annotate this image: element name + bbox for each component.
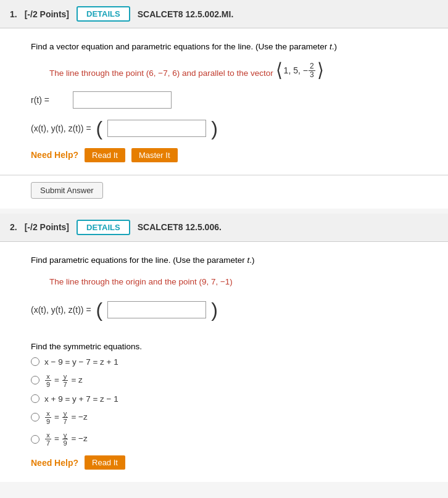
fraction-x-9b: x 9	[45, 410, 51, 425]
problem-2: 2. [-/2 Points] DETAILS SCALCET8 12.5.00…	[0, 214, 448, 482]
den-9: 9	[45, 381, 51, 388]
radio-option-4: x 9 = y 7 = −z	[31, 410, 423, 425]
problem-2-number: 2.	[10, 222, 17, 232]
problem-1-instruction: Find a vector equation and parametric eq…	[31, 41, 423, 53]
right-paren-icon-2: )	[211, 300, 218, 320]
angle-bracket-left-icon: ⟨	[276, 61, 283, 80]
fraction-x-7: x 7	[45, 431, 51, 447]
num-xb: x	[45, 410, 51, 418]
xyz-input[interactable]	[107, 120, 206, 137]
radio-3[interactable]	[31, 394, 39, 403]
problem-1-points: [-/2 Points]	[25, 9, 69, 19]
num-yb: y	[62, 410, 68, 418]
left-paren-icon-2: (	[96, 300, 103, 320]
den-9c: 9	[62, 439, 68, 447]
den-7c: 7	[45, 439, 51, 447]
xyz-input-2[interactable]	[107, 301, 206, 318]
r-input-row: r(t) =	[31, 91, 423, 109]
r-label: r(t) =	[31, 95, 68, 105]
radio-option-2: x 9 = y 7 = z	[31, 373, 423, 388]
radio-4[interactable]	[31, 413, 39, 421]
problem-1-body: Find a vector equation and parametric eq…	[0, 28, 448, 175]
denominator: 3	[309, 71, 315, 79]
submit-section: Submit Answer	[0, 175, 448, 209]
fraction-2-3: 2 3	[309, 62, 315, 79]
radio-1[interactable]	[31, 357, 39, 366]
radio-2[interactable]	[31, 376, 39, 384]
problem-2-code: SCALCET8 12.5.006.	[138, 222, 222, 232]
radio-label-5: x 7 = y 9 = −z	[44, 431, 88, 447]
radio-label-2: x 9 = y 7 = z	[44, 373, 83, 388]
xyz-input-row-2: (x(t), y(t), z(t)) = ( )	[31, 300, 423, 320]
fraction-x-9: x 9	[45, 373, 51, 388]
radio-option-3: x + 9 = y + 7 = z − 1	[31, 394, 423, 404]
xyz-label: (x(t), y(t), z(t)) =	[31, 123, 91, 133]
problem-1: 1. [-/2 Points] DETAILS SCALCET8 12.5.00…	[0, 0, 448, 209]
problem-2-details-button[interactable]: DETAILS	[77, 220, 130, 235]
num-xc: x	[45, 431, 51, 439]
radio-option-1: x − 9 = y − 7 = z + 1	[31, 357, 423, 367]
xyz-label-2: (x(t), y(t), z(t)) =	[31, 305, 91, 315]
den-7b: 7	[62, 418, 68, 425]
num-x: x	[45, 373, 51, 381]
problem-2-instruction: Find parametric equations for the line. …	[31, 254, 423, 267]
radio-option-5: x 7 = y 9 = −z	[31, 431, 423, 447]
numerator: 2	[309, 62, 315, 71]
problem-1-line-desc: The line through the point (6, −7, 6) an…	[49, 62, 423, 80]
fraction-y-7: y 7	[62, 373, 68, 388]
find-symmetric-label: Find the symmetric equations.	[31, 342, 423, 351]
radio-group: x − 9 = y − 7 = z + 1 x 9 = y 7 = z	[31, 357, 423, 447]
right-paren-icon: )	[211, 118, 218, 138]
left-paren-icon: (	[96, 118, 103, 138]
need-help-row-1: Need Help? Read It Master It	[31, 148, 423, 162]
submit-button[interactable]: Submit Answer	[31, 182, 103, 199]
problem-2-points: [-/2 Points]	[25, 222, 69, 232]
angle-bracket-right-icon: ⟩	[317, 61, 324, 80]
radio-5[interactable]	[31, 435, 39, 444]
fraction-y-9: y 9	[62, 431, 68, 447]
read-it-button-2[interactable]: Read It	[85, 455, 125, 470]
need-help-row-2: Need Help? Read It	[31, 455, 423, 470]
den-7: 7	[62, 381, 68, 388]
num-y: y	[62, 373, 68, 381]
read-it-button-1[interactable]: Read It	[85, 148, 125, 162]
num-yc: y	[62, 431, 68, 439]
problem-2-header: 2. [-/2 Points] DETAILS SCALCET8 12.5.00…	[0, 214, 448, 242]
problem-1-details-button[interactable]: DETAILS	[77, 6, 130, 22]
fraction-y-7b: y 7	[62, 410, 68, 425]
problem-2-body: Find parametric equations for the line. …	[0, 242, 448, 482]
xyz-input-row: (x(t), y(t), z(t)) = ( )	[31, 118, 423, 138]
problem-1-header: 1. [-/2 Points] DETAILS SCALCET8 12.5.00…	[0, 0, 448, 28]
radio-label-4: x 9 = y 7 = −z	[44, 410, 88, 425]
den-9b: 9	[45, 418, 51, 425]
r-input[interactable]	[73, 91, 172, 109]
radio-label-1: x − 9 = y − 7 = z + 1	[44, 357, 118, 367]
problem-1-number: 1.	[10, 9, 17, 19]
problem-1-code: SCALCET8 12.5.002.MI.	[138, 9, 234, 19]
need-help-label-1: Need Help?	[31, 150, 78, 160]
vector-notation: ⟨ 1, 5, − 2 3 ⟩	[276, 62, 324, 79]
master-it-button[interactable]: Master It	[131, 148, 178, 162]
need-help-label-2: Need Help?	[31, 458, 78, 468]
radio-label-3: x + 9 = y + 7 = z − 1	[44, 394, 118, 404]
problem-2-line-desc: The line through the origin and the poin…	[49, 275, 423, 289]
